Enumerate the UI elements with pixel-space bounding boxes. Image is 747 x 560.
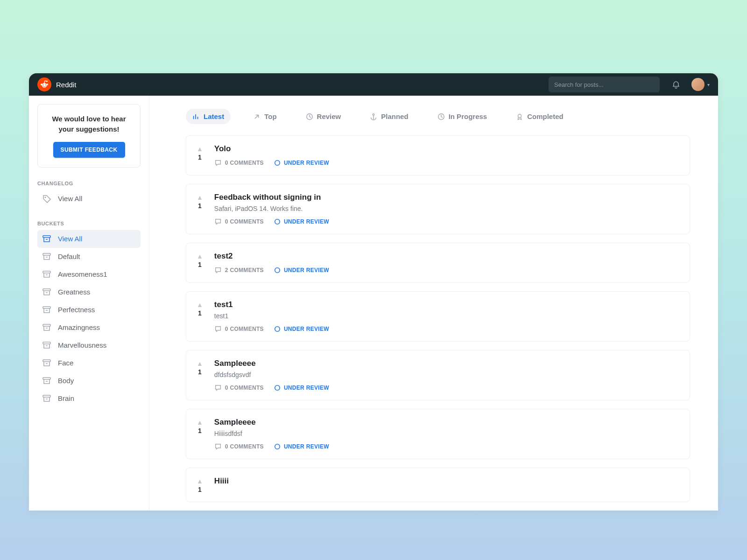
upvote-icon[interactable]: ▲ <box>197 145 203 153</box>
vote-control[interactable]: ▲ 1 <box>197 300 203 333</box>
nav-item-label: View All <box>58 195 82 203</box>
bar-chart-icon <box>192 113 200 120</box>
vote-control[interactable]: ▲ 1 <box>197 359 203 392</box>
brand-logo-icon <box>37 77 51 91</box>
post-status: UNDER REVIEW <box>274 326 329 332</box>
post-card[interactable]: ▲ 1 Feedback without signing in Safari, … <box>186 184 690 234</box>
sidebar-bucket-item[interactable]: View All <box>37 230 141 248</box>
upvote-icon[interactable]: ▲ <box>197 477 203 485</box>
nav-item-label: Default <box>58 252 80 260</box>
archive-icon <box>42 323 51 332</box>
post-title: test1 <box>214 300 679 309</box>
post-status: UNDER REVIEW <box>274 218 329 225</box>
vote-control[interactable]: ▲ 1 <box>197 144 203 167</box>
chevron-down-icon[interactable]: ▾ <box>707 82 710 87</box>
comment-icon <box>214 384 222 392</box>
post-card[interactable]: ▲ 1 Yolo 0 COMMENTS UNDER REVIEW <box>186 135 690 175</box>
vote-control[interactable]: ▲ 1 <box>197 193 203 225</box>
sidebar-bucket-item[interactable]: Body <box>37 372 141 390</box>
post-status: UNDER REVIEW <box>274 385 329 391</box>
app-window: Reddit ▾ We would love to hear your sugg… <box>29 73 718 511</box>
upvote-icon[interactable]: ▲ <box>197 419 203 426</box>
nav-item-label: Awesomeness1 <box>58 270 107 278</box>
filter-tab[interactable]: In Progress <box>431 109 494 124</box>
post-body: Safari, iPadOS 14. Works fine. <box>214 205 679 212</box>
post-comments[interactable]: 0 COMMENTS <box>214 159 264 167</box>
post-comments[interactable]: 0 COMMENTS <box>214 443 264 450</box>
tab-label: Planned <box>381 112 408 120</box>
post-card[interactable]: ▲ 1 test2 2 COMMENTS UNDER REVIEW <box>186 243 690 283</box>
post-title: Yolo <box>214 144 679 154</box>
buckets-section-label: BUCKETS <box>37 221 141 226</box>
sidebar-bucket-item[interactable]: Greatness <box>37 283 141 301</box>
post-card[interactable]: ▲ 1 Sampleeee Hiiiisdfdsf 0 COMMENTS UND… <box>186 409 690 459</box>
search-box[interactable] <box>549 77 660 92</box>
vote-count: 1 <box>198 261 202 268</box>
changelog-view-all[interactable]: View All <box>37 190 141 208</box>
submit-feedback-button[interactable]: SUBMIT FEEDBACK <box>53 142 125 158</box>
search-input[interactable] <box>554 81 654 88</box>
nav-item-label: Body <box>58 377 74 385</box>
avatar[interactable] <box>691 78 705 91</box>
filter-tab[interactable]: Top <box>247 109 283 124</box>
vote-count: 1 <box>198 368 202 376</box>
post-status: UNDER REVIEW <box>274 267 329 273</box>
filter-tab[interactable]: Review <box>299 109 348 124</box>
nav-item-label: Face <box>58 359 73 367</box>
brand[interactable]: Reddit <box>37 77 76 91</box>
post-body: test1 <box>214 312 679 320</box>
post-body: Hiiiisdfdsf <box>214 430 679 437</box>
changelog-section-label: CHANGELOG <box>37 181 141 186</box>
tab-label: Review <box>317 112 341 120</box>
clock-icon <box>437 113 445 120</box>
sidebar-bucket-item[interactable]: Marvellousness <box>37 336 141 354</box>
sidebar-bucket-item[interactable]: Awesomeness1 <box>37 266 141 283</box>
notifications-bell-icon[interactable] <box>672 80 680 89</box>
post-comments[interactable]: 2 COMMENTS <box>214 266 264 274</box>
tab-label: Top <box>264 112 276 120</box>
post-title: test2 <box>214 252 679 261</box>
brand-name: Reddit <box>56 81 76 89</box>
post-comments[interactable]: 0 COMMENTS <box>214 325 264 333</box>
upvote-icon[interactable]: ▲ <box>197 194 203 201</box>
sidebar-bucket-item[interactable]: Brain <box>37 390 141 407</box>
post-status: UNDER REVIEW <box>274 443 329 450</box>
upvote-icon[interactable]: ▲ <box>197 301 203 308</box>
archive-icon <box>42 252 51 261</box>
post-card[interactable]: ▲ 1 Sampleeee dfdsfsdgsvdf 0 COMMENTS UN… <box>186 350 690 400</box>
sidebar-bucket-item[interactable]: Amazingness <box>37 319 141 336</box>
post-title: Sampleeee <box>214 359 679 368</box>
clock-icon <box>306 113 313 120</box>
sidebar-bucket-item[interactable]: Perfectness <box>37 301 141 319</box>
comment-icon <box>214 218 222 225</box>
post-title: Feedback without signing in <box>214 193 679 202</box>
status-circle-icon <box>274 218 281 225</box>
main-content: Latest Top Review Planned In Progress Co… <box>149 96 718 511</box>
tab-label: Completed <box>527 112 564 120</box>
upvote-icon[interactable]: ▲ <box>197 252 203 260</box>
filter-tab[interactable]: Planned <box>363 109 415 124</box>
nav-item-label: Greatness <box>58 288 90 296</box>
nav-item-label: Amazingness <box>58 323 100 331</box>
vote-control[interactable]: ▲ 1 <box>197 252 203 274</box>
filter-tab[interactable]: Latest <box>186 109 231 124</box>
post-card[interactable]: ▲ 1 Hiiii <box>186 468 690 502</box>
vote-control[interactable]: ▲ 1 <box>197 418 203 450</box>
upvote-icon[interactable]: ▲ <box>197 360 203 367</box>
post-comments[interactable]: 0 COMMENTS <box>214 218 264 225</box>
nav-item-label: Brain <box>58 394 74 402</box>
comment-icon <box>214 159 222 167</box>
filter-tab[interactable]: Completed <box>509 109 570 124</box>
vote-count: 1 <box>198 427 202 434</box>
sidebar-bucket-item[interactable]: Face <box>37 354 141 372</box>
post-card[interactable]: ▲ 1 test1 test1 0 COMMENTS UNDER REVIEW <box>186 291 690 342</box>
archive-icon <box>42 394 51 403</box>
archive-icon <box>42 305 51 315</box>
post-status: UNDER REVIEW <box>274 160 329 166</box>
sidebar-bucket-item[interactable]: Default <box>37 248 141 266</box>
vote-count: 1 <box>198 486 202 493</box>
post-title: Sampleeee <box>214 418 679 427</box>
vote-control[interactable]: ▲ 1 <box>197 476 203 493</box>
post-comments[interactable]: 0 COMMENTS <box>214 384 264 392</box>
topbar: Reddit ▾ <box>29 73 718 96</box>
